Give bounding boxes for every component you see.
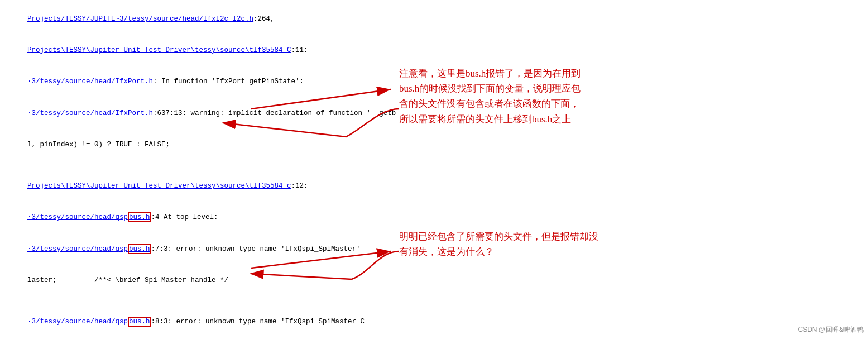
link-tlf35584-1[interactable]: Projects\TESSY\Jupiter_Unit_Test_Driver\…	[27, 46, 291, 54]
watermark: CSDN @回晖&啤酒鸭	[798, 325, 864, 335]
code-line-3: ·3/tessy/source/head/IfxPort.h: In funct…	[2, 66, 394, 98]
link-bus-h-1[interactable]: ​bus.h	[128, 212, 151, 222]
link-ifxport-1[interactable]: ·3/tessy/source/head/IfxPort.h	[27, 78, 153, 85]
code-panel: Projects/TESSY/JUPITE~3/tessy/source/hea…	[0, 0, 396, 339]
empty-line-2	[2, 296, 394, 306]
annotation-1: 注意看，这里是bus.h报错了，是因为在用到 bus.h的时候没找到下面的变量，…	[399, 66, 581, 127]
arrow-svg	[396, 0, 868, 339]
link-tlf35584-2[interactable]: Projects\TESSY\Jupiter_Unit_Test_Driver\…	[27, 182, 291, 190]
annotation-2: 明明已经包含了所需要的头文件，但是报错却没 有消失，这是为什么？	[399, 229, 598, 259]
link-qspi-1[interactable]: ·3/tessy/source/head/qsp	[27, 213, 128, 221]
code-line-4: ·3/tessy/source/head/IfxPort.h:637:13: w…	[2, 98, 394, 129]
code-line-10: laster; /**< \brief Spi Master handle */	[2, 265, 394, 296]
link-bus-h-2[interactable]: bus.h	[128, 244, 151, 254]
code-line-8: ·3/tessy/source/head/qsp​​bus.h:4​ At to…	[2, 202, 394, 233]
code-line-12: ·3/tessy/source/head/qsp​bus.h:8:3: erro…	[2, 306, 394, 337]
link-ifxi2c[interactable]: Projects/TESSY/JUPITE~3/tessy/source/hea…	[27, 15, 253, 23]
code-line-5: l, pinIndex) != 0) ? TRUE : FALSE;	[2, 129, 394, 160]
code-line-9: ·3/tessy/source/head/qsp​bus.h:7:3: erro…	[2, 233, 394, 265]
annotation-panel: 注意看，这里是bus.h报错了，是因为在用到 bus.h的时候没找到下面的变量，…	[396, 0, 868, 339]
link-qspi-3[interactable]: ·3/tessy/source/head/qsp	[27, 318, 128, 326]
link-ifxport-2[interactable]: ·3/tessy/source/head/IfxPort.h	[27, 109, 153, 117]
code-line-1: Projects/TESSY/JUPITE~3/tessy/source/hea…	[2, 3, 394, 35]
code-line-7: Projects\TESSY\Jupiter_Unit_Test_Driver\…	[2, 170, 394, 202]
link-bus-h-3[interactable]: bus.h	[128, 317, 151, 327]
link-qspi-2[interactable]: ·3/tessy/source/head/qsp	[27, 245, 128, 253]
empty-line-1	[2, 160, 394, 170]
code-line-2: Projects\TESSY\Jupiter_Unit_Test_Driver\…	[2, 35, 394, 66]
main-container: Projects/TESSY/JUPITE~3/tessy/source/hea…	[0, 0, 868, 339]
